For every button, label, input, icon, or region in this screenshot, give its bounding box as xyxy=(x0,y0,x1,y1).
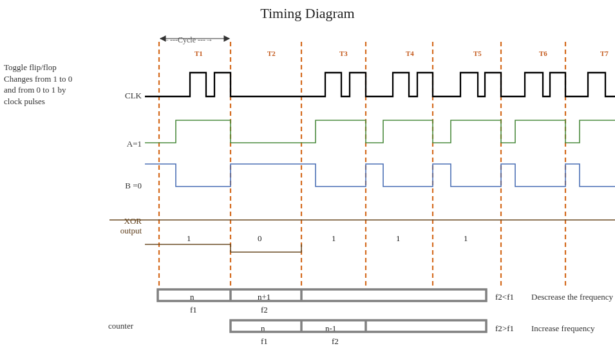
svg-marker-8 xyxy=(160,36,166,41)
b-waveform xyxy=(145,164,615,187)
cycle-arrow xyxy=(160,36,229,41)
counter-boxA xyxy=(158,289,486,301)
svg-marker-9 xyxy=(224,36,229,41)
timing-svg xyxy=(0,0,615,364)
clk-waveform xyxy=(145,73,615,96)
xor-waveform-dip xyxy=(145,244,301,252)
a-waveform xyxy=(145,120,615,143)
counter-boxB xyxy=(231,320,486,332)
